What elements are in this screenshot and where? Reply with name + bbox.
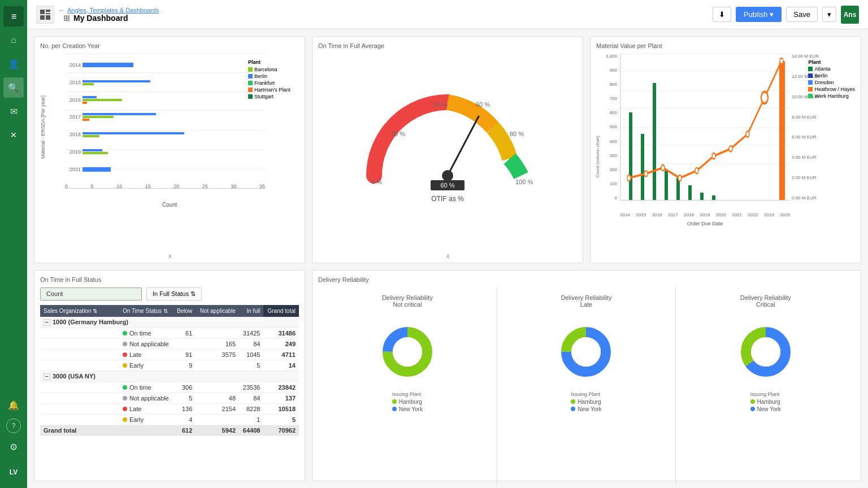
svg-text:80 %: 80 % bbox=[510, 130, 524, 137]
svg-text:60 %: 60 % bbox=[476, 101, 490, 108]
dashboard-grid-icon: ⊞ bbox=[63, 14, 70, 23]
data-table: Sales Organization ⇅ On Time Status ⇅ Be… bbox=[40, 305, 299, 436]
svg-point-18 bbox=[678, 175, 682, 181]
chart-content: 2014 2015 bbox=[48, 54, 299, 201]
sidebar-item-help[interactable]: ? bbox=[6, 419, 21, 433]
svg-text:100 %: 100 % bbox=[515, 178, 533, 185]
sidebar-item-close[interactable]: ✕ bbox=[3, 125, 24, 145]
collapse-button-gauge[interactable]: ∧ bbox=[446, 253, 450, 259]
publish-button[interactable]: Publish ▾ bbox=[736, 7, 782, 22]
table-row: Not applicable 16584249 bbox=[40, 338, 299, 349]
save-button[interactable]: Save bbox=[786, 7, 818, 22]
status-dot-red2 bbox=[123, 407, 127, 411]
user-avatar-header[interactable]: Ans bbox=[841, 6, 859, 24]
svg-rect-1 bbox=[46, 10, 50, 12]
svg-point-27 bbox=[393, 337, 422, 367]
svg-point-12 bbox=[442, 170, 453, 181]
delivery-reliability-title: Delivery Reliability bbox=[318, 276, 855, 283]
table-row: On time 613142531486 bbox=[40, 328, 299, 338]
col-below: Below bbox=[173, 305, 196, 317]
svg-point-17 bbox=[661, 165, 665, 171]
svg-point-23 bbox=[761, 91, 768, 103]
sidebar: ☰ ⌂ 👤 🔍 ✉ ✕ 🔔 ? ⚙ LV bbox=[0, 0, 27, 488]
donut-critical-legend: Issuing Plant Hamburg New York bbox=[750, 391, 781, 413]
status-dot-yellow2 bbox=[123, 417, 127, 422]
delivery-late-title: Delivery ReliabilityLate bbox=[561, 294, 612, 308]
table-row: Late 1362154822810518 bbox=[40, 403, 299, 414]
delivery-critical: Delivery ReliabilityCritical Issuing Pla… bbox=[676, 287, 855, 487]
grand-total-row: Grand total 612 5942 64408 70962 bbox=[40, 425, 299, 435]
col-sales-org[interactable]: Sales Organization ⇅ bbox=[40, 305, 119, 317]
sidebar-item-home[interactable]: ⌂ bbox=[3, 30, 24, 50]
table-row: Late 91357510454711 bbox=[40, 349, 299, 360]
delivery-grid: Delivery ReliabilityNot critical Issuing… bbox=[318, 287, 855, 487]
delivery-not-critical: Delivery ReliabilityNot critical Issuing… bbox=[318, 287, 497, 487]
dashboard-grid: No. per Creation Year Material - ERSDA [… bbox=[27, 29, 868, 488]
gauge-label: OTIF as % bbox=[431, 195, 463, 203]
svg-point-19 bbox=[695, 168, 698, 173]
collapse-button[interactable]: ∧ bbox=[168, 253, 172, 259]
breadcrumb[interactable]: Angles, Templates & Dashboards bbox=[67, 7, 159, 14]
svg-point-21 bbox=[729, 146, 732, 151]
user-avatar[interactable]: LV bbox=[5, 463, 23, 481]
col-on-time-status[interactable]: On Time Status ⇅ bbox=[119, 305, 173, 317]
more-button[interactable]: ▾ bbox=[822, 7, 836, 22]
count-filter-button[interactable]: Count bbox=[40, 287, 142, 300]
sidebar-item-messages[interactable]: ✉ bbox=[3, 101, 24, 121]
donut-late bbox=[558, 324, 614, 380]
svg-text:40 %: 40 % bbox=[433, 101, 448, 108]
status-dot-gray2 bbox=[123, 396, 127, 400]
gauge-widget: On Time in Full Average 0 % 20 % 40 % bbox=[312, 36, 583, 263]
download-button[interactable]: ⬇ bbox=[713, 7, 731, 22]
topbar: ← Angles, Templates & Dashboards ⊞ My Da… bbox=[27, 0, 868, 29]
bar-chart-legend: Plant Barcelona Berlin Frankfurt Hartman… bbox=[248, 59, 299, 101]
table-row: On time 3062353623842 bbox=[40, 382, 299, 393]
svg-text:0 %: 0 % bbox=[371, 178, 382, 185]
status-dot-red bbox=[123, 352, 127, 357]
status-table-title: On Time in Full Status bbox=[40, 276, 299, 283]
svg-point-24 bbox=[780, 58, 783, 64]
x-axis-title: Count bbox=[40, 202, 299, 208]
chevron-down-icon: ▾ bbox=[770, 10, 774, 19]
table-row: Early 415 bbox=[40, 414, 299, 425]
group-row-germany: −1000 (Germany Hamburg) bbox=[40, 317, 299, 328]
gauge-title: On Time in Full Average bbox=[318, 42, 577, 49]
material-x-axis-title: Order Due Date bbox=[620, 221, 790, 226]
in-full-status-button[interactable]: In Full Status ⇅ bbox=[146, 287, 202, 300]
svg-rect-4 bbox=[46, 15, 50, 20]
delivery-critical-title: Delivery ReliabilityCritical bbox=[740, 294, 791, 308]
svg-point-33 bbox=[751, 337, 780, 367]
collapse-group-button[interactable]: − bbox=[44, 319, 50, 326]
group-row-usa: −3000 (USA NY) bbox=[40, 371, 299, 382]
dashboard-icon bbox=[36, 6, 54, 24]
app-logo[interactable]: ☰ bbox=[3, 6, 24, 27]
svg-point-16 bbox=[644, 171, 648, 176]
page-title: ⊞ My Dashboard bbox=[63, 14, 159, 23]
table-row: Early 9514 bbox=[40, 360, 299, 371]
status-dot-yellow bbox=[123, 363, 127, 368]
svg-point-20 bbox=[712, 153, 715, 159]
svg-rect-2 bbox=[46, 13, 50, 14]
sidebar-item-notifications[interactable]: 🔔 bbox=[3, 395, 24, 415]
svg-point-22 bbox=[746, 131, 749, 137]
material-value-widget: Material Value per Plant 1,0009008007006… bbox=[590, 36, 861, 263]
collapse-group-usa-button[interactable]: − bbox=[44, 373, 50, 380]
sidebar-item-settings[interactable]: ⚙ bbox=[3, 437, 24, 457]
col-grand-total: Grand total bbox=[263, 305, 299, 317]
bar-chart-area: Material - ERSDA [Per year] bbox=[40, 54, 299, 201]
bar-chart-title: No. per Creation Year bbox=[40, 42, 299, 49]
svg-line-11 bbox=[448, 116, 479, 176]
table-row: Not applicable 54884137 bbox=[40, 393, 299, 403]
sidebar-item-profile[interactable]: 👤 bbox=[3, 54, 24, 74]
col-not-applicable: Not applicable bbox=[196, 305, 239, 317]
material-chart-area: 1,0009008007006005004003002001000 14.00 … bbox=[596, 54, 855, 217]
donut-critical bbox=[737, 324, 794, 380]
gauge-container: 0 % 20 % 40 % 60 % 80 % 100 % 60 % OTIF … bbox=[318, 54, 577, 217]
topbar-actions: ⬇ Publish ▾ Save ▾ Ans bbox=[713, 6, 859, 24]
sidebar-item-search[interactable]: 🔍 bbox=[3, 77, 24, 98]
donut-not-critical bbox=[379, 324, 436, 380]
col-in-full: In full bbox=[239, 305, 263, 317]
svg-rect-3 bbox=[40, 15, 45, 20]
gauge-svg: 0 % 20 % 40 % 60 % 80 % 100 % 60 % bbox=[357, 80, 538, 193]
delivery-late: Delivery ReliabilityLate Issuing Plant H… bbox=[497, 287, 676, 487]
